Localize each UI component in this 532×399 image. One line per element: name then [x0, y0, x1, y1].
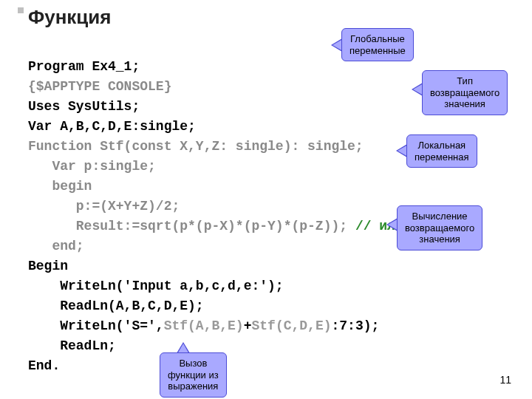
callout-return-type: Тип возвращаемого значения	[422, 70, 508, 115]
code-line: +	[244, 318, 252, 333]
slide-title: Функция	[28, 6, 112, 29]
code-line: :7:3);	[332, 318, 380, 333]
deco-square	[18, 7, 24, 13]
callout-local-var: Локальная переменная	[406, 134, 477, 168]
code-line: Var p:single;	[28, 159, 156, 174]
code-line: WriteLn('S=',	[28, 318, 164, 333]
callout-global-vars: Глобальные переменные	[341, 28, 414, 61]
code-line: Program Ex4_1;	[28, 59, 140, 74]
callout-calc-return: Вычисление возвращаемого значения	[397, 205, 482, 250]
code-fn-call: Stf(A,B,E)	[164, 318, 244, 333]
code-line: p:=(X+Y+Z)/2;	[28, 199, 180, 214]
code-line: End.	[28, 358, 60, 373]
code-line: end;	[28, 239, 84, 253]
code-line: Function Stf(const X,Y,Z: single): singl…	[28, 139, 364, 154]
code-line: begin	[28, 179, 92, 194]
code-line: ReadLn(A,B,C,D,E);	[28, 299, 204, 313]
code-line: Var A,B,C,D,E:single;	[28, 119, 196, 134]
code-line: WriteLn('Input a,b,c,d,e:');	[28, 279, 284, 293]
code-line: Result:=sqrt(p*(p-X)*(p-Y)*(p-Z));	[28, 219, 347, 233]
callout-fn-call: Вызов функции из выражения	[160, 352, 227, 398]
code-line: Begin	[28, 259, 68, 273]
page-number: 11	[499, 374, 511, 386]
code-line: {$APPTYPE CONSOLE}	[28, 79, 171, 94]
code-fn-call: Stf(C,D,E)	[251, 318, 331, 333]
code-line: Uses SysUtils;	[28, 99, 140, 114]
code-line: ReadLn;	[28, 338, 116, 353]
